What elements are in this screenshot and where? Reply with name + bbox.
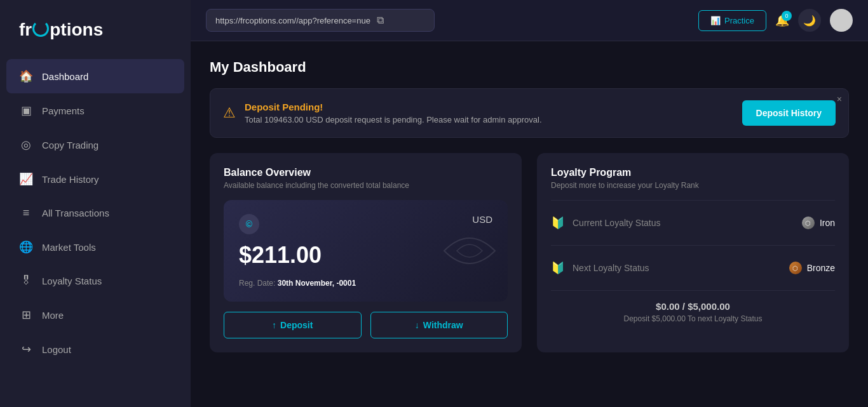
loyalty-divider-2 [551, 245, 835, 246]
loyalty-divider-1 [551, 200, 835, 201]
bronze-icon: ⬡ [789, 262, 802, 274]
sidebar-nav: 🏠 Dashboard ▣ Payments ◎ Copy Trading 📈 … [0, 59, 191, 366]
balance-amount: $211.00 [239, 242, 492, 269]
current-loyalty-status: Iron [820, 218, 835, 228]
logo: frptions [0, 13, 191, 59]
sidebar-item-trade-history[interactable]: 📈 Trade History [0, 162, 191, 196]
loyalty-divider-3 [551, 290, 835, 291]
withdraw-arrow-icon: ↓ [415, 320, 419, 330]
sidebar-label-all-transactions: All Transactions [42, 208, 109, 218]
moon-icon: 🌙 [803, 15, 816, 27]
balance-section-sub: Available balance including the converte… [224, 181, 508, 190]
sidebar-label-loyalty-status: Loyalty Status [42, 276, 102, 286]
sidebar: frptions 🏠 Dashboard ▣ Payments ◎ Copy T… [0, 0, 191, 407]
sidebar-item-logout[interactable]: ↪ Logout [0, 332, 191, 366]
sidebar-item-all-transactions[interactable]: ≡ All Transactions [0, 196, 191, 230]
practice-icon: 📊 [710, 16, 721, 25]
loyalty-progress-text: $0.00 / $5,000.00 [551, 301, 835, 312]
loyalty-section: Loyalty Program Deposit more to increase… [537, 153, 849, 352]
deposit-button[interactable]: ↑ Deposit [224, 312, 362, 338]
balance-card-top: © USD [239, 214, 492, 234]
current-loyalty-left: 🔰 Current Loyalty Status [551, 216, 661, 230]
all-transactions-icon: ≡ [19, 206, 33, 220]
sidebar-item-copy-trading[interactable]: ◎ Copy Trading [0, 128, 191, 162]
coin-icon: © [239, 214, 259, 234]
main-content: https://frcoptions.com//app?reference=nu… [191, 0, 868, 407]
url-text: https://frcoptions.com//app?reference=nu… [215, 16, 370, 25]
balance-section: Balance Overview Available balance inclu… [210, 153, 522, 352]
theme-toggle-button[interactable]: 🌙 [798, 9, 821, 32]
alert-message: Total 109463.00 USD deposit request is p… [245, 115, 542, 124]
alert-left: ⚠ Deposit Pending! Total 109463.00 USD d… [223, 102, 542, 124]
loyalty-status-icon: 🎖 [19, 274, 33, 288]
current-loyalty-row: 🔰 Current Loyalty Status ⬡ Iron [551, 208, 835, 237]
sidebar-label-dashboard: Dashboard [42, 71, 88, 82]
sidebar-item-dashboard[interactable]: 🏠 Dashboard [6, 59, 184, 93]
balance-buttons: ↑ Deposit ↓ Withdraw [224, 312, 508, 338]
loyalty-sub: Deposit more to increase your Loyalty Ra… [551, 181, 835, 190]
deposit-alert: ⚠ Deposit Pending! Total 109463.00 USD d… [210, 88, 849, 138]
alert-content: Deposit Pending! Total 109463.00 USD dep… [245, 102, 542, 124]
logo-text: frptions [19, 19, 103, 40]
avatar[interactable] [830, 9, 853, 32]
sidebar-label-more: More [42, 310, 64, 321]
next-loyalty-right: ⬡ Bronze [789, 262, 835, 274]
copy-url-button[interactable]: ⧉ [377, 15, 384, 26]
current-loyalty-shield-icon: 🔰 [551, 216, 565, 230]
iron-icon: ⬡ [802, 217, 815, 229]
balance-card: © USD $211.00 Reg. Date: 30th November, … [224, 200, 508, 302]
loyalty-progress-sub: Deposit $5,000.00 To next Loyalty Status [551, 314, 835, 323]
page-title: My Dashboard [210, 59, 849, 76]
topbar: https://frcoptions.com//app?reference=nu… [191, 0, 868, 41]
sidebar-item-more[interactable]: ⊞ More [0, 298, 191, 332]
copy-trading-icon: ◎ [19, 138, 33, 152]
sidebar-label-copy-trading: Copy Trading [42, 140, 98, 150]
payments-icon: ▣ [19, 103, 33, 117]
sidebar-item-loyalty-status[interactable]: 🎖 Loyalty Status [0, 264, 191, 298]
next-loyalty-row: 🔰 Next Loyalty Status ⬡ Bronze [551, 253, 835, 283]
sidebar-label-market-tools: Market Tools [42, 242, 96, 253]
home-icon: 🏠 [19, 69, 33, 83]
url-bar[interactable]: https://frcoptions.com//app?reference=nu… [206, 9, 435, 32]
deposit-arrow-icon: ↑ [272, 320, 276, 330]
withdraw-button[interactable]: ↓ Withdraw [370, 312, 508, 338]
sidebar-item-payments[interactable]: ▣ Payments [0, 93, 191, 128]
loyalty-title: Loyalty Program [551, 167, 835, 178]
topbar-right: 📊 Practice 🔔 0 🌙 [698, 9, 853, 32]
reg-date: Reg. Date: 30th November, -0001 [239, 279, 492, 288]
current-loyalty-label: Current Loyalty Status [573, 218, 661, 228]
logout-icon: ↪ [19, 342, 33, 356]
balance-section-title: Balance Overview [224, 167, 508, 178]
notifications-button[interactable]: 🔔 0 [775, 13, 789, 27]
next-loyalty-label: Next Loyalty Status [573, 263, 649, 273]
close-alert-button[interactable]: × [837, 94, 842, 104]
next-loyalty-left: 🔰 Next Loyalty Status [551, 261, 649, 275]
sidebar-item-market-tools[interactable]: 🌐 Market Tools [0, 230, 191, 264]
deposit-history-button[interactable]: Deposit History [742, 100, 836, 126]
dashboard-content: My Dashboard ⚠ Deposit Pending! Total 10… [191, 41, 868, 407]
next-loyalty-status: Bronze [807, 263, 835, 273]
logo-circle-icon [32, 20, 49, 37]
sidebar-label-logout: Logout [42, 344, 71, 355]
sidebar-label-payments: Payments [42, 105, 85, 116]
warning-icon: ⚠ [223, 105, 236, 121]
sidebar-label-trade-history: Trade History [42, 174, 98, 185]
trade-history-icon: 📈 [19, 172, 33, 186]
more-icon: ⊞ [19, 308, 33, 322]
market-tools-icon: 🌐 [19, 240, 33, 254]
current-loyalty-right: ⬡ Iron [802, 217, 835, 229]
notification-badge: 0 [782, 11, 792, 21]
next-loyalty-shield-icon: 🔰 [551, 261, 565, 275]
alert-title: Deposit Pending! [245, 102, 542, 112]
practice-button[interactable]: 📊 Practice [698, 10, 766, 31]
currency-label: USD [472, 214, 492, 225]
dashboard-grid: Balance Overview Available balance inclu… [210, 153, 849, 352]
